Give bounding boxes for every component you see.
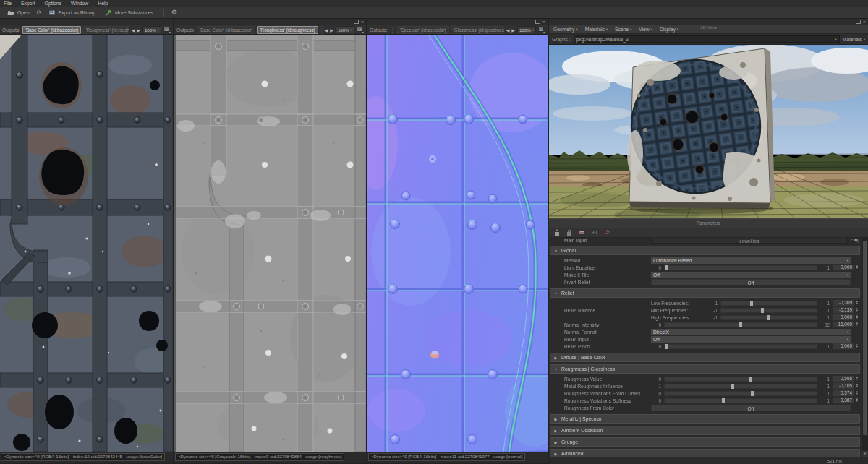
float-window-icon[interactable] (535, 20, 540, 24)
slider-handle[interactable] (767, 315, 770, 320)
section-header[interactable]: ▶Advanced (550, 449, 860, 457)
expand-icon[interactable]: ▶ (550, 429, 561, 433)
slider-handle[interactable] (722, 398, 725, 403)
zoom-select[interactable]: 100%▾ (517, 26, 536, 33)
output-tab[interactable]: 'Base Color' (id:basecolor) (22, 26, 81, 34)
slider-handle[interactable] (761, 308, 764, 313)
scrollbar-thumb[interactable] (863, 241, 867, 435)
materials-menu[interactable]: Materials▾ (843, 37, 865, 42)
menu-window[interactable]: Window (71, 1, 88, 6)
menu-export[interactable]: Export (21, 1, 35, 6)
menu-options[interactable]: Options (45, 1, 61, 6)
param-dropdown[interactable]: Off▾ (651, 336, 851, 343)
graph-select[interactable]: pkg://Bitmap2Material_3 ▾ (574, 35, 840, 43)
image-options-icon[interactable] (357, 27, 364, 33)
3d-menu-geometry[interactable]: Geometry▾ (553, 27, 578, 32)
slider-track[interactable] (664, 322, 817, 327)
slider-track[interactable] (664, 265, 817, 270)
slider-track[interactable] (720, 308, 817, 313)
next-output-button[interactable]: ▶ (137, 27, 140, 33)
open-button[interactable]: Open (4, 9, 33, 17)
param-dropdown[interactable]: DirectX▾ (651, 329, 851, 335)
prev-output-button[interactable]: ◀ (325, 27, 328, 33)
menu-file[interactable]: File (4, 1, 12, 6)
slider-track[interactable] (664, 398, 817, 403)
3d-menu-materials[interactable]: Materials▾ (585, 27, 608, 32)
panel-title-bar[interactable]: ✕ (367, 19, 548, 25)
panel-title-bar[interactable]: 3D View ✕ (549, 19, 868, 25)
export-as-bitmap-button[interactable]: Export as Bitmap (46, 9, 98, 17)
lock-alt-icon[interactable] (566, 229, 572, 236)
collapse-icon[interactable]: ▼ (550, 249, 561, 253)
float-window-icon[interactable] (856, 20, 861, 24)
stepper-icon[interactable]: ▲▼ (854, 398, 860, 403)
slider-track[interactable] (664, 344, 817, 349)
basecolor-map-canvas[interactable] (0, 35, 173, 452)
prev-output-button[interactable]: ◀ (132, 27, 135, 33)
expand-field-icon[interactable]: ⤢ (850, 238, 853, 243)
output-tab[interactable]: 'Specular' (id:specular) (397, 26, 449, 34)
lock-icon[interactable] (554, 229, 560, 236)
output-tab[interactable]: 'Metallic' (id:met (320, 26, 323, 34)
stepper-icon[interactable]: ▲▼ (854, 315, 860, 320)
slider-handle[interactable] (731, 384, 734, 389)
roughness-map-canvas[interactable] (174, 35, 366, 452)
section-header[interactable]: ▼Roughness | Glossiness (550, 364, 860, 374)
expand-icon[interactable]: ▶ (550, 417, 561, 421)
reset-icon[interactable]: ⟳ (605, 229, 610, 236)
slider-handle[interactable] (751, 391, 754, 396)
slider-handle[interactable] (749, 377, 752, 382)
slider-handle[interactable] (665, 265, 668, 270)
3d-menu-view[interactable]: View▾ (639, 27, 652, 32)
image-options-icon[interactable] (538, 27, 545, 33)
more-substances-button[interactable]: More Substances (103, 9, 156, 17)
scrollbar-down-arrow[interactable]: ▾ (862, 451, 868, 457)
param-dropdown[interactable]: Off▾ (651, 272, 851, 278)
expand-icon[interactable]: ▶ (550, 452, 561, 456)
stepper-icon[interactable]: ▲▼ (854, 322, 860, 327)
param-toggle-button[interactable]: Off (651, 405, 851, 411)
3d-viewport[interactable] (549, 45, 868, 218)
section-header[interactable]: ▶Metallic | Specular (550, 414, 860, 424)
output-tab[interactable]: 'Base Color' (id:basecolor) (197, 26, 255, 34)
zoom-select[interactable]: 100%▾ (142, 26, 161, 33)
next-output-button[interactable]: ▶ (330, 27, 333, 33)
expand-icon[interactable]: ▶ (550, 440, 561, 444)
stepper-icon[interactable]: ▲▼ (854, 308, 860, 313)
section-header[interactable]: ▶Diffuse | Base Color (550, 353, 860, 362)
slider-track[interactable] (664, 391, 817, 396)
slider-track[interactable] (720, 315, 817, 320)
section-header[interactable]: ▼Relief (550, 288, 860, 298)
gear-icon[interactable]: ⚙ (171, 9, 177, 16)
slider-handle[interactable] (739, 322, 742, 327)
preset-icon[interactable] (579, 229, 585, 236)
sync-icon[interactable]: ⟳ (37, 9, 42, 16)
prev-output-button[interactable]: ◀ (506, 27, 510, 33)
slider-track[interactable] (664, 377, 817, 382)
output-tab[interactable]: 'Glossiness' (id:glossiness) (451, 26, 504, 34)
menu-help[interactable]: Help (98, 1, 108, 6)
tab-scroll-grip[interactable]: ⋮ (390, 27, 395, 33)
close-icon[interactable]: ✕ (361, 20, 364, 24)
stepper-icon[interactable]: ▲▼ (854, 344, 860, 349)
stepper-icon[interactable]: ▲▼ (854, 377, 860, 382)
stepper-icon[interactable]: ▲▼ (854, 391, 860, 396)
3d-menu-display[interactable]: Display▾ (660, 27, 678, 32)
panel-title-bar[interactable]: 2D View ✕ (174, 19, 366, 25)
section-header[interactable]: ▶Grunge (550, 437, 860, 447)
close-icon[interactable]: ✕ (863, 20, 866, 24)
normal-map-canvas[interactable] (367, 35, 548, 452)
link-icon[interactable] (592, 229, 598, 236)
next-output-button[interactable]: ▶ (511, 27, 515, 33)
float-window-icon[interactable] (354, 20, 359, 24)
param-dropdown[interactable]: Luminance Based▾ (651, 257, 851, 264)
zoom-select[interactable]: 100%▾ (336, 26, 354, 33)
3d-menu-scene[interactable]: Scene▾ (615, 27, 631, 32)
section-header[interactable]: ▶Ambient Occlusion (550, 426, 860, 435)
collapse-icon[interactable]: ▼ (550, 291, 561, 296)
close-icon[interactable]: ✕ (542, 20, 545, 24)
slider-handle[interactable] (665, 344, 668, 349)
section-header[interactable]: ▼Global (550, 246, 860, 255)
browse-icon[interactable]: 🔍 (854, 239, 859, 243)
panel-title-bar[interactable] (0, 19, 173, 25)
